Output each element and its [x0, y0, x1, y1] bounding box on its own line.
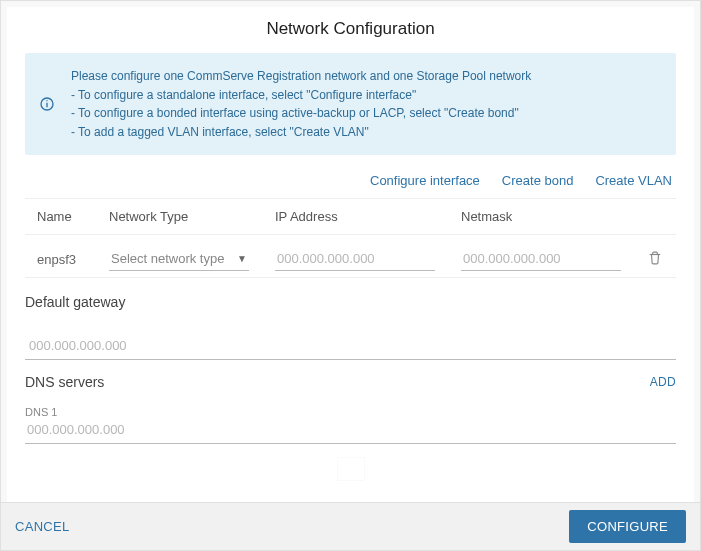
default-gateway-section: Default gateway [25, 294, 676, 360]
row-name: enpsf3 [37, 252, 109, 267]
table-row: enpsf3 Select network type ▼ [25, 235, 676, 278]
trash-icon [648, 253, 662, 268]
cancel-button[interactable]: CANCEL [15, 519, 70, 534]
alert-line-1: Please configure one CommServe Registrat… [71, 67, 531, 86]
network-type-select[interactable]: Select network type ▼ [109, 247, 249, 271]
delete-row-button[interactable] [646, 249, 664, 270]
configure-interface-link[interactable]: Configure interface [370, 173, 480, 188]
dns-1-input[interactable] [25, 418, 676, 444]
footer: CANCEL CONFIGURE [1, 502, 700, 550]
create-vlan-link[interactable]: Create VLAN [595, 173, 672, 188]
default-gateway-input[interactable] [25, 328, 676, 360]
dns-field-label: DNS 1 [25, 406, 676, 418]
create-bond-link[interactable]: Create bond [502, 173, 574, 188]
add-dns-button[interactable]: ADD [650, 375, 676, 389]
table-header: Name Network Type IP Address Netmask [25, 199, 676, 235]
col-header-ip: IP Address [275, 209, 461, 224]
alert-line-2: - To configure a standalone interface, s… [71, 86, 531, 105]
col-header-name: Name [37, 209, 109, 224]
chevron-down-icon: ▼ [237, 253, 247, 264]
alert-line-3: - To configure a bonded interface using … [71, 104, 531, 123]
col-header-type: Network Type [109, 209, 275, 224]
info-icon [37, 94, 57, 114]
dns-section: DNS servers ADD DNS 1 [25, 374, 676, 444]
alert-line-4: - To add a tagged VLAN interface, select… [71, 123, 531, 142]
ip-address-input[interactable] [275, 247, 435, 271]
interfaces-table: Name Network Type IP Address Netmask enp… [25, 198, 676, 278]
default-gateway-label: Default gateway [25, 294, 676, 310]
network-type-placeholder: Select network type [111, 251, 224, 266]
action-links: Configure interface Create bond Create V… [7, 169, 694, 198]
info-alert: Please configure one CommServe Registrat… [25, 53, 676, 155]
dns-servers-label: DNS servers [25, 374, 104, 390]
page-title: Network Configuration [7, 7, 694, 53]
decorative-box [338, 458, 364, 480]
configure-button[interactable]: CONFIGURE [569, 510, 686, 543]
info-alert-text: Please configure one CommServe Registrat… [71, 67, 531, 141]
svg-point-2 [46, 100, 47, 101]
netmask-input[interactable] [461, 247, 621, 271]
col-header-netmask: Netmask [461, 209, 631, 224]
